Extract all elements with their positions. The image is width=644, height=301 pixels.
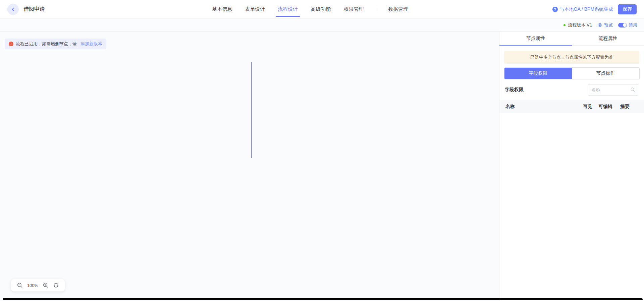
- panel-tab-2[interactable]: 流程属性: [572, 32, 644, 45]
- status-dot-icon: [564, 24, 566, 26]
- flow-connector-line: [251, 62, 252, 158]
- page-title: 借阅申请: [23, 6, 45, 13]
- zoom-out-button[interactable]: [17, 282, 23, 288]
- canvas-zoom-controls: 100%: [11, 279, 65, 292]
- integration-help-link[interactable]: ? 与本地OA / BPM系统集成: [552, 6, 613, 12]
- table-header: 名称 可见 可编辑 摘要: [499, 100, 644, 113]
- info-alert-icon: i: [9, 42, 13, 46]
- panel-tab-1[interactable]: 节点属性: [499, 32, 572, 45]
- segmented-button-1[interactable]: 字段权限: [504, 68, 572, 79]
- tab-3[interactable]: 流程设计: [277, 5, 299, 14]
- app-header: 借阅申请 基本信息表单设计流程设计高级功能权限管理数据管理 ? 与本地OA / …: [0, 0, 644, 19]
- add-version-link[interactable]: 添加新版本: [80, 41, 102, 47]
- tab-1[interactable]: 基本信息: [211, 5, 233, 14]
- tab-2[interactable]: 表单设计: [244, 5, 266, 14]
- flow-canvas[interactable]: i 流程已启用，如需增删节点，请 添加新版本 100%: [0, 32, 499, 301]
- field-permission-title: 字段权限: [505, 87, 524, 93]
- zoom-level: 100%: [27, 283, 38, 288]
- fit-view-button[interactable]: [53, 282, 59, 288]
- panel-tabs: 节点属性流程属性: [499, 32, 644, 46]
- eye-icon: [597, 22, 602, 27]
- main-tabs: 基本信息表单设计流程设计高级功能权限管理数据管理: [211, 0, 409, 18]
- tab-6[interactable]: 数据管理: [387, 5, 409, 14]
- version-info: 流程版本 V1: [564, 22, 592, 28]
- save-button[interactable]: 保存: [618, 4, 637, 14]
- tab-4[interactable]: 高级功能: [310, 5, 331, 14]
- multi-select-notice: 已选中多个节点，节点属性以下方配置为准: [504, 51, 639, 64]
- search-icon: [630, 87, 635, 92]
- flow-enabled-warning: i 流程已启用，如需增删节点，请 添加新版本: [5, 39, 106, 49]
- tab-divider: [376, 7, 376, 12]
- version-bar: 流程版本 V1 预览 禁用: [0, 19, 644, 32]
- permission-segmented-control: 字段权限节点操作: [504, 67, 640, 79]
- chevron-left-icon: [11, 7, 15, 11]
- help-icon: ?: [552, 7, 558, 12]
- disable-toggle[interactable]: 禁用: [618, 22, 637, 28]
- tab-5[interactable]: 权限管理: [343, 5, 364, 14]
- field-permission-table: 名称 可见 可编辑 摘要: [499, 100, 644, 301]
- toggle-on-icon: [618, 23, 627, 27]
- segmented-button-2[interactable]: 节点操作: [572, 68, 639, 79]
- window-bottom-edge: [3, 298, 643, 300]
- zoom-in-button[interactable]: [43, 282, 49, 288]
- preview-button[interactable]: 预览: [597, 22, 613, 28]
- back-button[interactable]: [7, 4, 19, 15]
- properties-panel: 节点属性流程属性 已选中多个节点，节点属性以下方配置为准 字段权限节点操作 字段…: [499, 32, 644, 301]
- field-search: [588, 84, 638, 96]
